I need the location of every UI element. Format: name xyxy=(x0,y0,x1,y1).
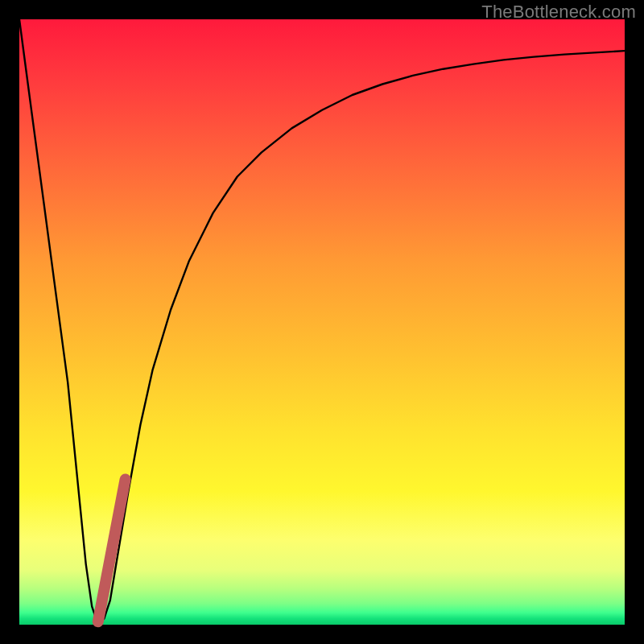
chart-frame: TheBottleneck.com xyxy=(0,0,644,644)
plot-area xyxy=(19,19,625,625)
watermark-text: TheBottleneck.com xyxy=(481,2,636,23)
highlight-marker xyxy=(98,480,126,622)
curve-layer xyxy=(19,19,625,625)
